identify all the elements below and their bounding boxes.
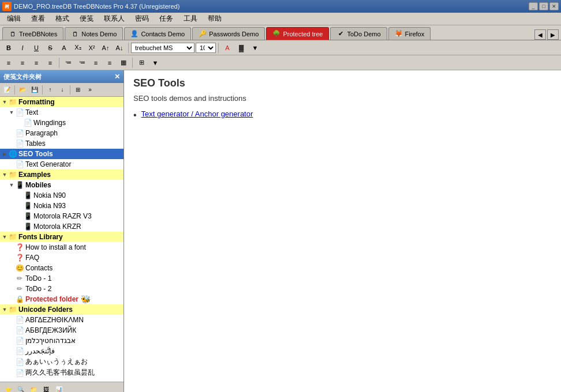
- tree-item-arabic[interactable]: 📄 فإنَّتجَحدرر: [0, 346, 124, 356]
- tab-todo-label: ToDo Demo: [347, 31, 380, 37]
- tree-item-fonts-library[interactable]: ▼ 📁 Fonts Library: [0, 232, 124, 242]
- menu-note[interactable]: 便笺: [75, 13, 98, 25]
- window-title: DEMO_PRO.treeDB TreeDBNotes Pro 4.37 (Un…: [14, 3, 179, 10]
- tab-prev-button[interactable]: ◀: [534, 29, 546, 40]
- tree-item-motorola-razr[interactable]: 📱 Motorola RAZR V3: [0, 211, 124, 221]
- tree-item-todo2[interactable]: ✏ ToDo - 2: [0, 284, 124, 294]
- align-right-button[interactable]: ≡: [30, 57, 43, 69]
- tree-item-examples[interactable]: ▼ 📁 Examples: [0, 169, 124, 180]
- menu-help[interactable]: 帮助: [203, 13, 226, 25]
- align-justify-button[interactable]: ≡: [44, 57, 57, 69]
- menu-contacts[interactable]: 联系人: [99, 13, 129, 25]
- tree-item-text[interactable]: ▼ 📄 Text: [0, 107, 124, 118]
- expand-cyrillic-icon: [8, 327, 15, 334]
- more-button[interactable]: ▼: [149, 57, 162, 69]
- expand-fonts-icon: ▼: [1, 233, 8, 240]
- move-up-button[interactable]: ↑: [44, 85, 56, 95]
- tree-item-nokia-n93[interactable]: 📱 Nokia N93: [0, 201, 124, 211]
- panel-close-button[interactable]: ✕: [114, 73, 120, 81]
- tree-item-cyrillic[interactable]: 📄 АБВГДЕЖЗИЙК: [0, 325, 124, 336]
- open-button[interactable]: 📂: [17, 85, 28, 95]
- tree-item-todo1[interactable]: ✏ ToDo - 1: [0, 273, 124, 284]
- tree-item-mobiles[interactable]: ▼ 📱 Mobiles: [0, 180, 124, 190]
- window-controls[interactable]: _ □ ✕: [529, 2, 559, 10]
- tree-item-chinese[interactable]: 📄 两久久毛客书叙虽昙乱: [0, 367, 124, 378]
- align-center-button[interactable]: ≡: [16, 57, 29, 69]
- expand-all-button[interactable]: ⊞: [72, 85, 84, 95]
- panel-btn-image[interactable]: 🖼: [40, 385, 52, 393]
- move-down-button[interactable]: ↓: [57, 85, 68, 95]
- highlight-button[interactable]: ▓: [235, 42, 248, 54]
- tree-item-text-generator[interactable]: 📄 Text Generator: [0, 159, 124, 169]
- tree-item-greek1[interactable]: 📄 ΑΒΓΔΕΖΗΘΙΚΛΜΝ: [0, 315, 124, 325]
- expand-seo-icon: ▶: [1, 150, 8, 157]
- tree-item-nokia-n90[interactable]: 📱 Nokia N90: [0, 190, 124, 201]
- font-size-select[interactable]: 10 12 14 16: [196, 43, 216, 53]
- menu-task[interactable]: 任务: [155, 13, 178, 25]
- italic-button[interactable]: I: [16, 42, 29, 54]
- text-generator-link[interactable]: Text generator / Anchor generator: [141, 110, 253, 118]
- tree-item-faq[interactable]: ❓ FAQ: [0, 252, 124, 263]
- tree-item-unicode-folders[interactable]: ▼ 📁 Unicode Folders: [0, 304, 124, 315]
- font-family-select[interactable]: trebuchet MS Arial Times New Roman: [131, 43, 195, 53]
- color-dropdown-button[interactable]: ▼: [249, 42, 261, 54]
- menu-tools[interactable]: 工具: [179, 13, 202, 25]
- tree-item-seo-tools[interactable]: ▶ 🌐 SEO Tools: [0, 149, 124, 159]
- font-size-down-button[interactable]: A↓: [113, 42, 126, 54]
- tree-item-hebrew[interactable]: 📄 אבגדהוחטיךכלמן: [0, 336, 124, 346]
- expand-nokian93-icon: [16, 202, 23, 209]
- tree-item-formatting[interactable]: ▼ 📁 Formatting: [0, 97, 124, 107]
- panel-btn-folder[interactable]: 📁: [28, 385, 39, 393]
- menu-view[interactable]: 查看: [27, 13, 50, 25]
- tab-next-button[interactable]: ▶: [547, 29, 559, 40]
- panel-btn-search[interactable]: 🔍: [15, 385, 27, 393]
- align-left-button[interactable]: ≡: [2, 57, 15, 69]
- font-size-up-button[interactable]: A↑: [99, 42, 112, 54]
- bullet-list-button[interactable]: ≔: [62, 57, 74, 69]
- num-list-button[interactable]: ≔: [76, 57, 88, 69]
- insert-button[interactable]: ▦: [117, 57, 130, 69]
- tree-item-paragraph[interactable]: 📄 Paragraph: [0, 128, 124, 138]
- indent-button[interactable]: ≡: [89, 57, 102, 69]
- close-button[interactable]: ✕: [549, 2, 559, 10]
- panel-btn-misc[interactable]: 📊: [53, 385, 65, 393]
- menu-format[interactable]: 格式: [51, 13, 74, 25]
- superscript-button[interactable]: X²: [85, 42, 98, 54]
- bee-icon: 🐝: [81, 295, 91, 304]
- minimize-button[interactable]: _: [529, 2, 538, 10]
- subscript-button[interactable]: X₂: [72, 42, 84, 54]
- save-button[interactable]: 💾: [29, 85, 40, 95]
- tree-label-nokia-n93: Nokia N93: [33, 202, 66, 210]
- doc-japanese-icon: 📄: [15, 357, 24, 367]
- tree-item-contacts-node[interactable]: 😊 Contacts: [0, 263, 124, 273]
- expand-textgen-icon: [8, 161, 15, 168]
- tab-treedb[interactable]: 🗒 TreeDBNotes: [2, 27, 63, 40]
- tab-contacts[interactable]: 👤 Contacts Demo: [124, 27, 191, 40]
- tree-item-protected-folder[interactable]: 🔒 Protected folder 🐝: [0, 294, 124, 304]
- tab-todo[interactable]: ✔ ToDo Demo: [330, 27, 387, 40]
- panel-btn-star[interactable]: ⭐: [2, 385, 14, 393]
- tree-item-how-install[interactable]: ❓ How to install a font: [0, 242, 124, 252]
- folder-examples-icon: 📁: [8, 170, 17, 179]
- bold-button[interactable]: B: [2, 42, 15, 54]
- maximize-button[interactable]: □: [539, 2, 548, 10]
- more-options-button[interactable]: »: [84, 85, 96, 95]
- underline-button[interactable]: U: [30, 42, 43, 54]
- table-button[interactable]: ⊞: [135, 57, 148, 69]
- tab-protected[interactable]: 🌳 Protected tree: [266, 27, 329, 40]
- tree-label-japanese: あぁいぃうぅえぁお: [25, 357, 88, 367]
- menu-password[interactable]: 密码: [130, 13, 154, 25]
- tree-item-japanese[interactable]: 📄 あぁいぃうぅえぁお: [0, 356, 124, 367]
- align-button[interactable]: A: [58, 42, 70, 54]
- font-color-button[interactable]: A: [221, 42, 234, 54]
- strikethrough-button[interactable]: S: [44, 42, 57, 54]
- menu-edit[interactable]: 编辑: [2, 13, 25, 25]
- tab-notes[interactable]: 🗒 Notes Demo: [65, 27, 123, 40]
- outdent-button[interactable]: ≡: [103, 57, 116, 69]
- tree-item-wingdings[interactable]: 📄 Wingdings: [0, 118, 124, 128]
- tab-firefox[interactable]: 🦊 Firefox: [388, 27, 431, 40]
- new-note-button[interactable]: 📝: [1, 85, 13, 95]
- tab-passwords[interactable]: 🔑 Passwords Demo: [192, 27, 265, 40]
- tree-item-motorola-krzr[interactable]: 📱 Motorola KRZR: [0, 221, 124, 232]
- tree-item-tables[interactable]: 📄 Tables: [0, 138, 124, 149]
